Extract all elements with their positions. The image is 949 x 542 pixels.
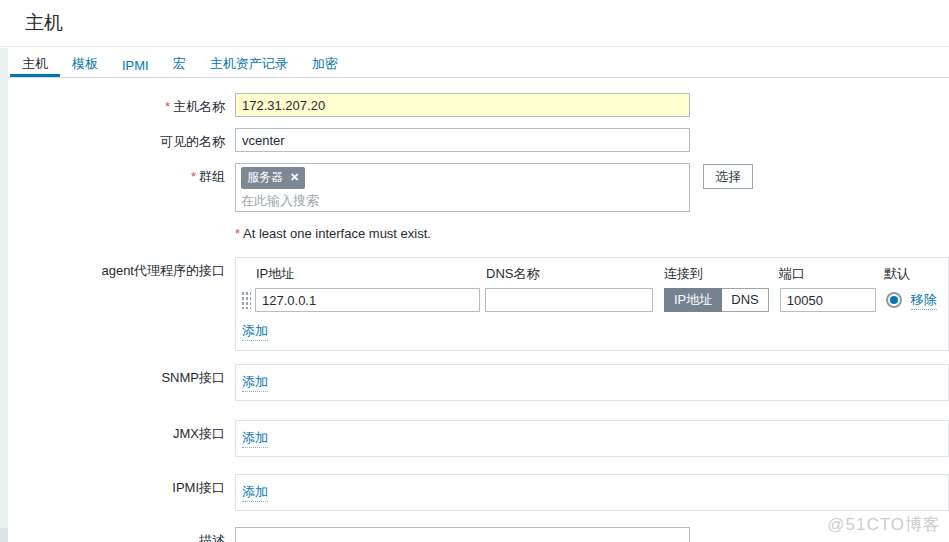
required-asterisk: *	[191, 169, 196, 184]
dns-name-input[interactable]	[485, 288, 653, 312]
interface-col-header-connect: 连接到	[664, 265, 779, 283]
page-header: 主机	[0, 0, 949, 47]
connect-to-toggle: IP地址 DNS	[664, 288, 769, 312]
host-name-input[interactable]	[235, 93, 690, 117]
interface-row: IP地址 DNS 移除	[236, 288, 948, 312]
ipmi-row: IPMI接口 添加	[0, 474, 949, 511]
tab-bar: 主机 模板 IPMI 宏 主机资产记录 加密	[0, 47, 949, 78]
add-ipmi-interface-link[interactable]: 添加	[242, 483, 268, 502]
ipmi-section: 添加	[235, 474, 949, 511]
tab-inventory[interactable]: 主机资产记录	[198, 48, 300, 77]
remove-interface-link[interactable]: 移除	[911, 291, 937, 310]
add-snmp-interface-link[interactable]: 添加	[242, 373, 268, 392]
groups-search-input[interactable]	[241, 193, 441, 208]
interface-column-headers: IP地址 DNS名称 连接到 端口 默认	[236, 258, 948, 288]
visible-name-input[interactable]	[235, 128, 690, 152]
spacer	[0, 226, 235, 231]
default-radio[interactable]	[886, 292, 902, 308]
port-input[interactable]	[780, 288, 876, 312]
snmp-row: SNMP接口 添加	[0, 364, 949, 401]
interface-col-header-port: 端口	[779, 265, 884, 283]
visible-name-label: 可见的名称	[0, 128, 235, 151]
connect-dns-option[interactable]: DNS	[722, 288, 768, 312]
interface-col-header-dns: DNS名称	[486, 265, 664, 283]
host-name-row: *主机名称	[0, 93, 949, 117]
watermark: @51CTO博客	[827, 513, 941, 536]
interface-hint: *At least one interface must exist.	[235, 226, 431, 241]
ipmi-label: IPMI接口	[0, 474, 235, 497]
required-asterisk: *	[165, 99, 170, 114]
snmp-label: SNMP接口	[0, 364, 235, 387]
groups-label: *群组	[0, 163, 235, 186]
visible-name-row: 可见的名称	[0, 128, 949, 152]
group-tag: 服务器✕	[241, 167, 305, 189]
ip-address-input[interactable]	[255, 288, 480, 312]
close-icon[interactable]: ✕	[290, 172, 299, 183]
host-name-label: *主机名称	[0, 93, 235, 116]
drag-handle-icon[interactable]	[241, 291, 251, 309]
tab-host[interactable]: 主机	[10, 48, 60, 77]
interface-col-header-ip: IP地址	[256, 265, 486, 283]
agent-interfaces-label: agent代理程序的接口	[0, 257, 235, 280]
left-edge-strip	[0, 48, 8, 542]
description-label: 描述	[0, 527, 235, 542]
jmx-section: 添加	[235, 420, 949, 457]
interface-col-header-default: 默认	[884, 265, 910, 283]
select-button[interactable]: 选择	[703, 164, 753, 189]
add-agent-interface-link[interactable]: 添加	[242, 322, 268, 341]
interface-hint-row: *At least one interface must exist.	[0, 226, 949, 241]
required-asterisk: *	[235, 226, 240, 241]
connect-ip-option[interactable]: IP地址	[664, 288, 722, 312]
tab-ipmi[interactable]: IPMI	[110, 51, 161, 77]
agent-interfaces-section: IP地址 DNS名称 连接到 端口 默认 IP地址 DNS 移	[235, 257, 949, 351]
groups-multiselect[interactable]: 服务器✕	[235, 163, 690, 212]
page-title: 主机	[0, 0, 949, 36]
tab-macros[interactable]: 宏	[161, 48, 198, 77]
radio-dot	[890, 296, 898, 304]
host-config-page: 主机 主机 模板 IPMI 宏 主机资产记录 加密 *主机名称 可见的名称 *群…	[0, 0, 949, 542]
tab-templates[interactable]: 模板	[60, 48, 110, 77]
snmp-section: 添加	[235, 364, 949, 401]
description-field[interactable]	[235, 527, 690, 542]
tab-encryption[interactable]: 加密	[300, 48, 350, 77]
groups-row: *群组 服务器✕ 选择	[0, 163, 949, 212]
description-row: 描述	[0, 527, 949, 542]
agent-interfaces-row: agent代理程序的接口 IP地址 DNS名称 连接到 端口 默认 IP地址 D…	[0, 257, 949, 351]
jmx-row: JMX接口 添加	[0, 420, 949, 457]
host-form: *主机名称 可见的名称 *群组 服务器✕ 选择 *At least one in…	[0, 78, 949, 542]
add-jmx-interface-link[interactable]: 添加	[242, 429, 268, 448]
left-edge-strip-bottom	[0, 528, 8, 542]
jmx-label: JMX接口	[0, 420, 235, 443]
